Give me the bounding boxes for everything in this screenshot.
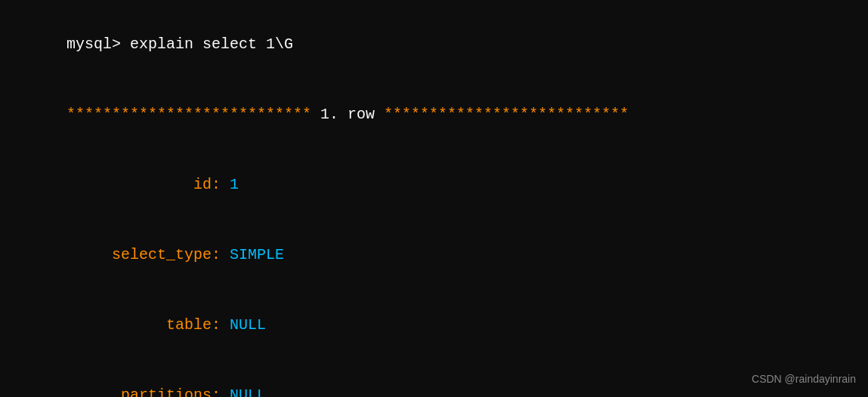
field-name-table: table: xyxy=(66,316,230,334)
field-value-id: 1 xyxy=(230,176,239,193)
terminal-content: mysql> explain select 1\G **************… xyxy=(12,9,856,397)
field-name-id: id: xyxy=(66,176,230,193)
field-name-select-type: select_type: xyxy=(66,246,230,263)
terminal-window: mysql> explain select 1\G **************… xyxy=(0,0,868,397)
field-select-type: select_type: SIMPLE xyxy=(12,220,856,290)
prompt: mysql> xyxy=(66,35,130,53)
separator-right: *************************** xyxy=(384,106,629,123)
command-text: explain select 1\G xyxy=(130,35,293,53)
field-name-partitions: partitions: xyxy=(66,386,230,397)
field-value-select-type: SIMPLE xyxy=(230,246,284,263)
separator-row: *************************** 1. row *****… xyxy=(12,79,856,149)
field-table: table: NULL xyxy=(12,290,856,360)
command-line: mysql> explain select 1\G xyxy=(12,9,856,79)
row-label: 1. row xyxy=(311,106,384,123)
field-value-partitions: NULL xyxy=(230,386,266,397)
field-id: id: 1 xyxy=(12,149,856,220)
field-value-table: NULL xyxy=(230,316,266,334)
field-partitions: partitions: NULL xyxy=(12,360,856,397)
watermark: CSDN @raindayinrain xyxy=(752,371,856,388)
separator-left: *************************** xyxy=(66,106,311,123)
